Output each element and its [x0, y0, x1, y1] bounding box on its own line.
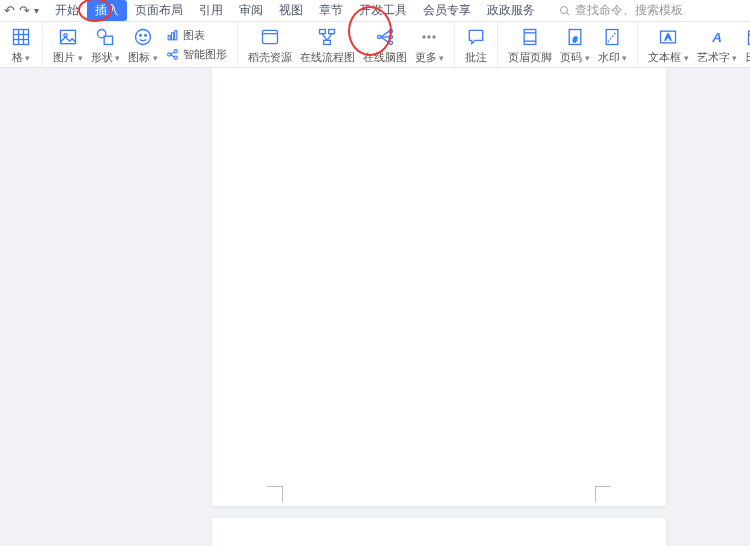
svg-point-37	[433, 35, 436, 38]
comment-label: 批注	[465, 50, 487, 65]
svg-line-1	[567, 12, 570, 15]
svg-text:A: A	[711, 30, 722, 45]
svg-rect-43	[606, 30, 618, 45]
mindmap-icon	[374, 26, 396, 48]
mindmap-label: 在线脑图	[363, 50, 407, 65]
svg-line-20	[171, 51, 174, 54]
tab-insert[interactable]: 插入	[87, 0, 127, 21]
svg-rect-16	[175, 30, 177, 39]
shapes-label: 形状	[91, 50, 121, 65]
tab-devtools[interactable]: 开发工具	[351, 0, 415, 21]
comment-button[interactable]: 批注	[461, 24, 491, 67]
smartart-icon	[166, 47, 180, 61]
date-icon	[745, 26, 750, 48]
more-icon	[418, 26, 440, 48]
table-button[interactable]: 格	[6, 24, 36, 67]
group-illustrations: 图片 形状 图标 图表 智能图形	[43, 22, 238, 67]
flowchart-button[interactable]: 在线流程图	[296, 24, 359, 67]
icons-button[interactable]: 图标	[124, 24, 162, 67]
undo-redo-group: ↶ ↷ ▾	[4, 3, 39, 18]
svg-rect-10	[104, 36, 112, 44]
group-headerfooter: 页眉页脚 # 页码 水印	[498, 22, 638, 67]
stack-chart-smartart: 图表 智能图形	[162, 24, 231, 65]
svg-point-0	[561, 6, 568, 13]
shapes-icon	[94, 26, 116, 48]
group-online: 稻壳资源 在线流程图 在线脑图 更多	[238, 22, 456, 67]
more-label: 更多	[415, 50, 445, 65]
redo-icon[interactable]: ↷	[19, 3, 30, 18]
headerfooter-label: 页眉页脚	[508, 50, 552, 65]
svg-point-19	[174, 56, 177, 59]
chart-button[interactable]: 图表	[166, 26, 227, 44]
tab-review[interactable]: 审阅	[231, 0, 271, 21]
tab-start[interactable]: 开始	[47, 0, 87, 21]
svg-line-21	[171, 54, 174, 57]
textbox-button[interactable]: A 文本框	[644, 24, 693, 67]
headerfooter-button[interactable]: 页眉页脚	[504, 24, 556, 67]
svg-line-34	[380, 37, 388, 43]
margin-corner-bl	[267, 486, 283, 502]
watermark-button[interactable]: 水印	[594, 24, 632, 67]
document-area[interactable]	[0, 68, 750, 546]
watermark-label: 水印	[598, 50, 628, 65]
tab-view[interactable]: 视图	[271, 0, 311, 21]
svg-text:A: A	[665, 32, 672, 42]
shapes-button[interactable]: 形状	[87, 24, 125, 67]
wordart-button[interactable]: A 艺术字	[693, 24, 742, 67]
svg-rect-14	[168, 35, 170, 39]
svg-point-13	[144, 35, 146, 37]
flowchart-label: 在线流程图	[300, 50, 355, 65]
svg-point-28	[377, 35, 380, 38]
svg-rect-2	[14, 30, 29, 45]
wordart-label: 艺术字	[697, 50, 738, 65]
textbox-label: 文本框	[648, 50, 689, 65]
svg-rect-22	[262, 30, 277, 43]
svg-point-36	[428, 35, 431, 38]
svg-rect-15	[171, 32, 173, 39]
search-icon	[559, 5, 571, 17]
headerfooter-icon	[519, 26, 541, 48]
svg-point-11	[135, 30, 150, 45]
tab-pagelayout[interactable]: 页面布局	[127, 0, 191, 21]
search-box[interactable]: 查找命令、搜索模板	[559, 2, 683, 19]
date-button[interactable]: 日期	[741, 24, 750, 67]
tab-gov[interactable]: 政政服务	[479, 0, 543, 21]
textbox-icon: A	[657, 26, 679, 48]
tab-references[interactable]: 引用	[191, 0, 231, 21]
svg-rect-7	[60, 30, 75, 43]
pagenum-button[interactable]: # 页码	[556, 24, 594, 67]
svg-rect-38	[524, 30, 536, 45]
pagenum-label: 页码	[560, 50, 590, 65]
dropdown-icon[interactable]: ▾	[34, 5, 39, 16]
svg-rect-24	[329, 30, 335, 34]
svg-point-12	[139, 35, 141, 37]
resource-label: 稻壳资源	[248, 50, 292, 65]
group-text: A 文本框 A 艺术字 日期 ◧ 对象 附件	[638, 22, 750, 67]
watermark-icon	[601, 26, 623, 48]
resource-button[interactable]: 稻壳资源	[244, 24, 296, 67]
margin-corner-br	[595, 486, 611, 502]
svg-rect-23	[320, 30, 326, 34]
svg-text:#: #	[573, 35, 578, 44]
tab-member[interactable]: 会员专享	[415, 0, 479, 21]
pagenum-icon: #	[564, 26, 586, 48]
table-icon	[10, 26, 32, 48]
mindmap-button[interactable]: 在线脑图	[359, 24, 411, 67]
image-button[interactable]: 图片	[49, 24, 87, 67]
flowchart-icon	[316, 26, 338, 48]
svg-line-26	[322, 34, 327, 41]
svg-point-18	[174, 49, 177, 52]
page-2[interactable]	[212, 518, 666, 546]
comment-icon	[465, 26, 487, 48]
smartart-button[interactable]: 智能图形	[166, 45, 227, 63]
image-icon	[57, 26, 79, 48]
smartart-label: 智能图形	[183, 45, 227, 63]
group-comment: 批注	[455, 22, 498, 67]
page-1[interactable]	[212, 68, 666, 506]
more-button[interactable]: 更多	[411, 24, 449, 67]
undo-icon[interactable]: ↶	[4, 3, 15, 18]
date-label: 日期	[745, 50, 750, 65]
tab-section[interactable]: 章节	[311, 0, 351, 21]
icons-label: 图标	[128, 50, 158, 65]
ribbon: 格 图片 形状 图标 图表	[0, 22, 750, 68]
